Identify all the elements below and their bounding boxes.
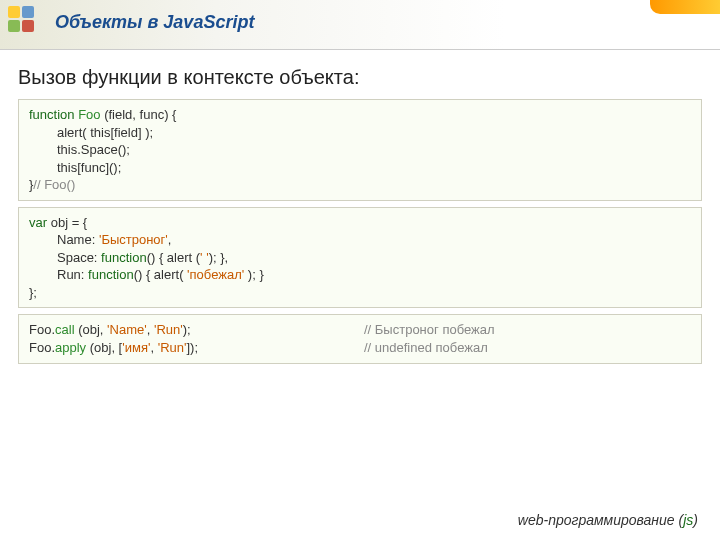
code-text: Run: — [57, 267, 88, 282]
code-text: () { alert ( — [147, 250, 200, 265]
code-text: }; — [29, 285, 37, 300]
comment: // undefined побежал — [364, 339, 691, 357]
code-block-object: var obj = { Name: 'Быстроног', Space: fu… — [18, 207, 702, 309]
code-text: ); }, — [209, 250, 229, 265]
code-text: (obj, [ — [86, 340, 122, 355]
string: 'Run' — [154, 322, 183, 337]
header-accent — [650, 0, 720, 14]
code-text: (obj, — [75, 322, 108, 337]
comment: // Foo() — [33, 177, 75, 192]
paren: ) — [693, 512, 698, 528]
code-text: Foo. — [29, 322, 55, 337]
code-text: ); — [183, 322, 191, 337]
keyword: function — [29, 107, 75, 122]
code-text: , — [147, 322, 154, 337]
logo-icon — [8, 6, 48, 38]
keyword: function — [101, 250, 147, 265]
code-text: this.Space(); — [29, 141, 130, 159]
comment: // Быстроног побежал — [364, 321, 691, 339]
keyword: function — [88, 267, 134, 282]
footer-js: js — [683, 512, 693, 528]
code-text: Foo. — [29, 340, 55, 355]
string: 'Name' — [107, 322, 147, 337]
string: 'Run' — [158, 340, 187, 355]
slide-footer: web-программирование (js) — [518, 512, 698, 528]
slide-header: Объекты в JavaScript — [0, 0, 720, 50]
code-text: this[func](); — [29, 159, 121, 177]
code-block-function: function Foo (field, func) { alert( this… — [18, 99, 702, 201]
code-text: () { alert( — [134, 267, 187, 282]
footer-text: web-программирование — [518, 512, 679, 528]
string: 'Быстроног' — [99, 232, 168, 247]
string: 'побежал' — [187, 267, 244, 282]
string: ' ' — [200, 250, 209, 265]
code-text: Name: — [57, 232, 99, 247]
code-text: alert( this[field] ); — [29, 124, 153, 142]
code-text: , — [168, 232, 172, 247]
code-text: ]); — [186, 340, 198, 355]
code-text: ); } — [244, 267, 264, 282]
code-text: obj = { — [47, 215, 87, 230]
section-heading: Вызов функции в контексте объекта: — [18, 66, 720, 89]
code-block-call: Foo.call (obj, 'Name', 'Run'); // Быстро… — [18, 314, 702, 363]
func-name: Foo — [75, 107, 105, 122]
keyword: var — [29, 215, 47, 230]
code-text: Space: — [57, 250, 101, 265]
string: 'имя' — [122, 340, 150, 355]
method: apply — [55, 340, 86, 355]
method: call — [55, 322, 75, 337]
code-text: , — [150, 340, 157, 355]
code-text: (field, func) { — [104, 107, 176, 122]
slide-title: Объекты в JavaScript — [55, 12, 254, 33]
